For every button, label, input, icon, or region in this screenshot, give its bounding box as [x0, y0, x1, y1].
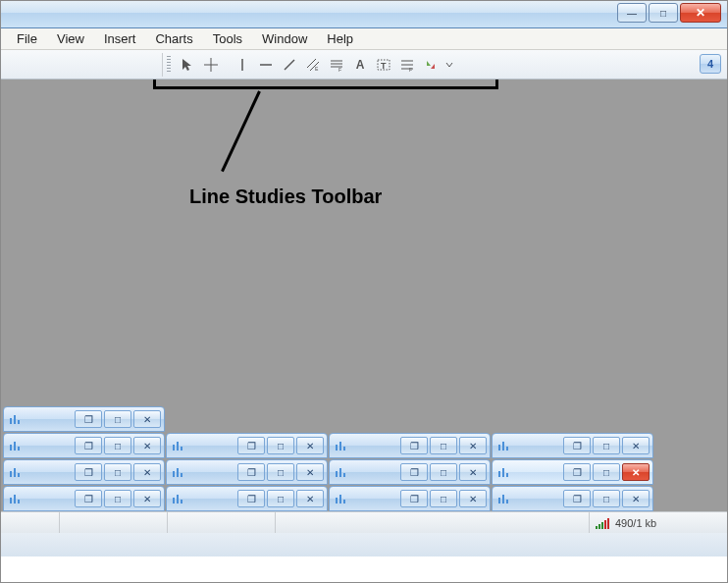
svg-text:F: F — [338, 67, 341, 72]
window-minimize-button[interactable]: — — [617, 3, 647, 23]
mdi-child-window[interactable]: ❐□✕ — [3, 486, 165, 511]
menu-charts[interactable]: Charts — [145, 29, 202, 48]
tool-text-object[interactable]: T — [373, 54, 394, 76]
mdi-close-button[interactable]: ✕ — [459, 463, 487, 481]
shapes-icon — [424, 58, 438, 72]
mdi-maximize-button[interactable]: □ — [104, 490, 131, 507]
mdi-close-button[interactable]: ✕ — [459, 490, 487, 507]
mdi-close-button[interactable]: ✕ — [296, 490, 324, 507]
svg-rect-36 — [173, 471, 175, 477]
mdi-close-button[interactable]: ✕ — [133, 463, 161, 481]
tool-vertical-line[interactable] — [232, 54, 253, 76]
svg-rect-34 — [14, 468, 16, 477]
mdi-close-button[interactable]: ✕ — [622, 463, 650, 481]
mdi-child-window[interactable]: ❐□✕ — [492, 433, 653, 458]
annotation-label: Line Studies Toolbar — [189, 186, 382, 208]
mdi-close-button[interactable]: ✕ — [296, 463, 324, 481]
mdi-child-window[interactable]: ❐□✕ — [166, 459, 328, 485]
status-cell — [1, 512, 60, 533]
mdi-child-window[interactable]: ❐□✕ — [166, 486, 328, 511]
status-cell — [276, 512, 590, 533]
mdi-restore-button[interactable]: ❐ — [400, 437, 428, 454]
svg-rect-28 — [339, 442, 341, 450]
mdi-child-window-active[interactable]: ❐□✕ — [492, 459, 653, 485]
mdi-restore-button[interactable]: ❐ — [563, 437, 591, 454]
tool-cursor[interactable] — [177, 54, 198, 76]
tool-equidistant-channel[interactable]: E — [302, 54, 324, 76]
mdi-child-window[interactable]: ❐□✕ — [166, 433, 328, 458]
window-maximize-button[interactable]: □ — [649, 3, 678, 23]
mdi-maximize-button[interactable]: □ — [430, 490, 457, 507]
mdi-maximize-button[interactable]: □ — [104, 437, 131, 454]
mdi-maximize-button[interactable]: □ — [593, 490, 620, 507]
svg-rect-23 — [18, 447, 20, 450]
tool-dropdown[interactable] — [443, 54, 455, 76]
mdi-maximize-button[interactable]: □ — [104, 463, 131, 481]
mdi-restore-button[interactable]: ❐ — [400, 490, 428, 507]
chart-icon — [333, 491, 348, 506]
mdi-restore-button[interactable]: ❐ — [237, 437, 265, 454]
mdi-restore-button[interactable]: ❐ — [75, 463, 102, 481]
chart-icon — [170, 464, 185, 480]
svg-rect-21 — [10, 445, 12, 450]
mdi-restore-button[interactable]: ❐ — [75, 437, 102, 454]
mdi-maximize-button[interactable]: □ — [267, 437, 294, 454]
tool-crosshair[interactable] — [200, 54, 222, 76]
mdi-child-window[interactable]: ❐□✕ — [329, 459, 491, 485]
tool-horizontal-line[interactable] — [255, 54, 277, 76]
mdi-close-button[interactable]: ✕ — [133, 437, 161, 454]
mdi-restore-button[interactable]: ❐ — [563, 463, 591, 481]
svg-rect-31 — [502, 442, 504, 450]
annotation-leader-line — [221, 90, 261, 172]
mdi-maximize-button[interactable]: □ — [593, 437, 620, 454]
tool-fibonacci-retracement[interactable]: F — [326, 54, 347, 76]
tool-trendline[interactable] — [279, 54, 300, 76]
mdi-close-button[interactable]: ✕ — [296, 437, 324, 454]
mdi-close-button[interactable]: ✕ — [622, 490, 650, 507]
window-close-button[interactable]: ✕ — [680, 3, 721, 23]
svg-rect-43 — [502, 468, 504, 477]
menu-tools[interactable]: Tools — [203, 29, 252, 48]
menu-window[interactable]: Window — [252, 29, 317, 48]
toolbar-grip[interactable] — [167, 56, 171, 74]
mdi-child-window[interactable]: ❐□✕ — [329, 486, 491, 511]
mdi-maximize-button[interactable]: □ — [593, 463, 620, 481]
alerts-badge[interactable]: 4 — [700, 54, 721, 74]
mdi-restore-button[interactable]: ❐ — [563, 490, 591, 507]
tool-andrews-pitchfork[interactable]: F — [396, 54, 418, 76]
mdi-close-button[interactable]: ✕ — [133, 410, 161, 428]
svg-rect-39 — [336, 471, 338, 477]
mdi-child-window[interactable]: ❐□✕ — [3, 459, 165, 485]
menu-insert[interactable]: Insert — [94, 29, 146, 48]
mdi-child-window[interactable]: ❐□✕ — [492, 486, 653, 511]
status-connection[interactable]: 490/1 kb — [590, 512, 727, 533]
mdi-maximize-button[interactable]: □ — [430, 437, 457, 454]
menu-help[interactable]: Help — [317, 29, 363, 48]
fibonacci-icon: F — [330, 58, 343, 72]
mdi-maximize-button[interactable]: □ — [430, 463, 457, 481]
chart-icon — [495, 464, 511, 480]
mdi-restore-button[interactable]: ❐ — [237, 490, 265, 507]
mdi-restore-button[interactable]: ❐ — [237, 463, 265, 481]
mdi-maximize-button[interactable]: □ — [267, 490, 294, 507]
chart-icon — [495, 438, 511, 453]
mdi-restore-button[interactable]: ❐ — [75, 490, 102, 507]
tool-arrows-shapes[interactable] — [420, 54, 442, 76]
mdi-close-button[interactable]: ✕ — [622, 437, 650, 454]
mdi-child-window[interactable]: ❐ □ ✕ — [3, 406, 165, 432]
mdi-child-window[interactable]: ❐□✕ — [3, 433, 165, 458]
tool-text-label[interactable]: A — [349, 54, 371, 76]
mdi-close-button[interactable]: ✕ — [459, 437, 487, 454]
mdi-restore-button[interactable]: ❐ — [75, 410, 102, 428]
menu-view[interactable]: View — [47, 29, 94, 48]
svg-text:F: F — [409, 67, 412, 72]
mdi-maximize-button[interactable]: □ — [104, 410, 131, 428]
mdi-child-window[interactable]: ❐□✕ — [329, 433, 491, 458]
svg-rect-46 — [14, 495, 16, 504]
svg-rect-35 — [18, 473, 20, 477]
mdi-maximize-button[interactable]: □ — [267, 463, 294, 481]
mdi-close-button[interactable]: ✕ — [133, 490, 161, 507]
mdi-restore-button[interactable]: ❐ — [400, 463, 428, 481]
chart-icon — [333, 438, 348, 453]
menu-file[interactable]: File — [7, 29, 47, 48]
